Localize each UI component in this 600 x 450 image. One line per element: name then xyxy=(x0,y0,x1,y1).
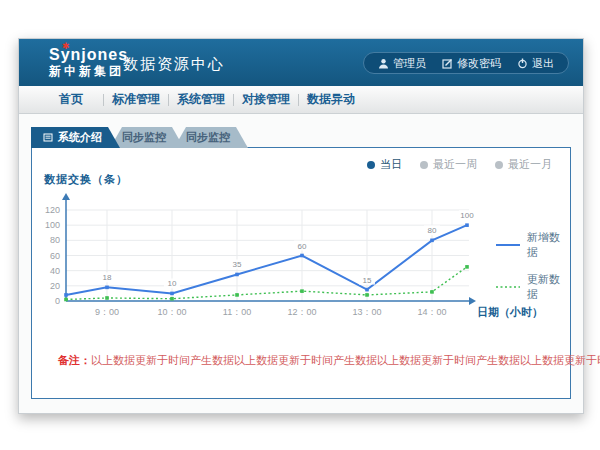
nav-item-standard-mgmt[interactable]: 标准管理 xyxy=(104,91,168,108)
chart-x-axis-title: 日期（小时） xyxy=(477,306,543,319)
x-tick-label: 11：00 xyxy=(223,307,251,317)
user-menu[interactable]: 管理员 xyxy=(378,56,426,71)
y-tick-label: 100 xyxy=(45,220,60,230)
logo-text-cn: 新中新集团 xyxy=(49,65,128,78)
x-tick-label: 9：00 xyxy=(95,307,119,317)
main-nav: 首页 标准管理 系统管理 对接管理 数据异动 xyxy=(19,86,583,114)
chart-legend: 新增数据更新数据 xyxy=(496,230,570,302)
data-label: 80 xyxy=(428,226,437,235)
x-tick-label: 14：00 xyxy=(417,307,446,317)
tab-bar: 系统介绍 同步监控 同步监控 xyxy=(31,127,238,148)
nav-item-connection-mgmt[interactable]: 对接管理 xyxy=(234,91,298,108)
chart-y-axis-title: 数据交换（条） xyxy=(44,172,128,187)
power-icon xyxy=(517,58,528,69)
radio-dot-icon xyxy=(495,161,503,169)
time-filter-group: 当日 最近一周 最近一月 xyxy=(367,157,552,172)
time-filter-today[interactable]: 当日 xyxy=(367,157,402,172)
nav-item-home[interactable]: 首页 xyxy=(39,91,103,108)
y-tick-label: 0 xyxy=(55,296,60,306)
data-point xyxy=(235,293,239,297)
y-tick-label: 40 xyxy=(50,266,60,276)
y-tick-label: 20 xyxy=(50,281,60,291)
app-window: Synjones ✱ 新中新集团 数据资源中心 管理员 修改密码 退出 首页 标… xyxy=(18,38,584,414)
tab-label: 同步监控 xyxy=(186,131,230,143)
data-label: 10 xyxy=(168,279,177,288)
data-label: 15 xyxy=(363,276,372,285)
change-password-label: 修改密码 xyxy=(457,56,501,71)
data-point xyxy=(465,265,469,269)
app-header: Synjones ✱ 新中新集团 数据资源中心 管理员 修改密码 退出 xyxy=(19,39,583,86)
tab-label: 同步监控 xyxy=(122,131,166,143)
chart-panel: 当日 最近一周 最近一月 数据交换（条） 0204060801001209：00… xyxy=(31,147,571,399)
legend-item-1[interactable]: 更新数据 xyxy=(496,272,570,302)
tab-label: 系统介绍 xyxy=(58,127,102,148)
chart-plot: 0204060801001209：0010：0011：0012：0013：001… xyxy=(32,188,572,338)
radio-label: 当日 xyxy=(380,157,402,172)
data-point xyxy=(430,239,434,243)
data-point xyxy=(235,273,239,277)
user-name: 管理员 xyxy=(393,56,426,71)
series-line-1 xyxy=(66,267,467,300)
legend-item-0[interactable]: 新增数据 xyxy=(496,230,570,260)
y-tick-label: 120 xyxy=(45,205,60,215)
data-label: 100 xyxy=(460,211,474,220)
series-line-0 xyxy=(66,225,467,295)
data-point xyxy=(105,296,109,300)
data-point xyxy=(170,297,174,301)
logo: Synjones ✱ 新中新集团 xyxy=(49,46,128,78)
nav-item-data-change[interactable]: 数据异动 xyxy=(299,91,363,108)
radio-dot-icon xyxy=(367,161,375,169)
edit-icon xyxy=(442,58,453,69)
data-point xyxy=(64,298,68,302)
data-point xyxy=(105,286,109,290)
logout-label: 退出 xyxy=(532,56,554,71)
nav-item-system-mgmt[interactable]: 系统管理 xyxy=(169,91,233,108)
user-toolbar: 管理员 修改密码 退出 xyxy=(363,52,569,74)
tab-system-intro[interactable]: 系统介绍 xyxy=(31,127,120,148)
footnote-text: 以上数据更新于时间产生数据以上数据更新于时间产生数据以上数据更新于时间产生数据以… xyxy=(91,354,600,366)
data-point xyxy=(465,223,469,227)
change-password-button[interactable]: 修改密码 xyxy=(442,56,501,71)
data-point xyxy=(170,292,174,296)
user-icon xyxy=(378,58,389,69)
data-label: 60 xyxy=(298,242,307,251)
tab-sync-monitor-2[interactable]: 同步监控 xyxy=(174,127,248,148)
legend-label: 新增数据 xyxy=(527,230,570,260)
radio-label: 最近一月 xyxy=(508,157,552,172)
time-filter-last-week[interactable]: 最近一周 xyxy=(420,157,477,172)
x-tick-label: 13：00 xyxy=(352,307,381,317)
x-axis-arrow-icon xyxy=(469,297,476,305)
data-point xyxy=(300,289,304,293)
logout-button[interactable]: 退出 xyxy=(517,56,554,71)
y-tick-label: 60 xyxy=(50,251,60,261)
data-point xyxy=(365,293,369,297)
footnote: 备注：以上数据更新于时间产生数据以上数据更新于时间产生数据以上数据更新于时间产生… xyxy=(32,353,570,368)
footnote-label: 备注： xyxy=(58,354,91,366)
logo-text-en: Synjones xyxy=(49,46,128,64)
legend-line-sample-icon xyxy=(496,242,520,248)
radio-dot-icon xyxy=(420,161,428,169)
data-label: 18 xyxy=(103,273,112,282)
time-filter-last-month[interactable]: 最近一月 xyxy=(495,157,552,172)
page-title: 数据资源中心 xyxy=(123,55,225,74)
data-point xyxy=(365,288,369,292)
radio-label: 最近一周 xyxy=(433,157,477,172)
tab-sync-monitor-1[interactable]: 同步监控 xyxy=(110,127,184,148)
document-icon xyxy=(43,133,53,143)
data-point xyxy=(430,290,434,294)
legend-line-sample-icon xyxy=(496,284,520,290)
logo-accent-icon: ✱ xyxy=(62,42,70,52)
y-axis-arrow-icon xyxy=(62,193,70,200)
data-point xyxy=(64,293,68,297)
y-tick-label: 80 xyxy=(50,235,60,245)
data-label: 35 xyxy=(233,260,242,269)
legend-label: 更新数据 xyxy=(527,272,570,302)
data-point xyxy=(300,254,304,258)
x-tick-label: 10：00 xyxy=(157,307,186,317)
x-tick-label: 12：00 xyxy=(287,307,316,317)
